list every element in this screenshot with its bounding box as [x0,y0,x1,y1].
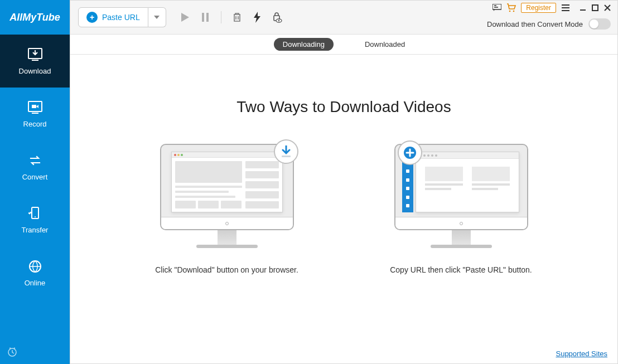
sidebar-item-label: Transfer [22,226,49,234]
main-panel: + Paste URL Register [70,0,618,364]
paste-url-dropdown[interactable] [148,7,166,27]
sidebar: AllMyTube Download Record Convert Transf… [0,0,70,364]
plus-icon: + [86,12,98,23]
svg-rect-19 [282,156,291,157]
sidebar-item-online[interactable]: Online [0,246,70,299]
svg-point-6 [35,216,36,217]
tabs-row: Downloading Downloaded [70,35,617,55]
close-button[interactable] [603,3,612,12]
method-browser: Click "Download" button on your browser. [149,144,305,276]
content-area: Two Ways to Download Videos [70,55,617,363]
paste-url-group: + Paste URL [78,7,166,27]
browser-mock [171,152,283,212]
online-icon [26,259,44,274]
window-top-controls: Register [492,3,612,13]
site-mock [416,152,519,212]
trash-icon[interactable] [230,11,244,24]
svg-point-13 [278,20,279,22]
sidebar-footer [0,339,70,364]
sidebar-item-convert[interactable]: Convert [0,140,70,193]
window-controls [578,3,612,12]
toolbar-icons [178,11,284,24]
content-title: Two Ways to Download Videos [236,98,451,116]
monitor-illustration [394,144,528,248]
convert-mode-label: Download then Convert Mode [487,20,583,28]
svg-rect-4 [32,105,36,108]
sidebar-item-label: Convert [22,173,48,181]
bolt-icon[interactable] [250,11,264,24]
sidebar-item-label: Online [25,279,46,287]
svg-rect-9 [202,13,204,22]
minimize-button[interactable] [578,3,587,12]
methods-row: Click "Download" button on your browser. [149,144,539,276]
svg-point-16 [513,11,515,12]
maximize-button[interactable] [591,3,600,12]
method-caption: Copy URL then click "Paste URL" button. [390,265,532,276]
top-bar: + Paste URL Register [70,1,617,35]
play-icon[interactable] [178,11,192,24]
supported-sites-link[interactable]: Supported Sites [556,350,607,358]
transfer-icon [26,206,44,221]
svg-rect-10 [206,13,209,22]
sidebar-item-label: Record [23,120,47,128]
pause-icon[interactable] [199,11,212,24]
feedback-icon[interactable] [492,3,502,13]
paste-url-button[interactable]: + Paste URL [78,7,148,27]
menu-icon[interactable] [561,3,571,13]
register-button[interactable]: Register [521,3,556,13]
record-icon [26,100,44,115]
svg-rect-17 [580,9,586,11]
app-logo: AllMyTube [0,0,70,35]
sidebar-item-label: Download [19,67,51,75]
method-caption: Click "Download" button on your browser. [155,265,298,276]
sidebar-item-download[interactable]: Download [0,35,70,88]
sidebar-item-record[interactable]: Record [0,88,70,140]
svg-rect-3 [32,113,38,114]
cart-icon[interactable] [506,3,516,13]
svg-rect-14 [493,4,501,9]
app-root: AllMyTube Download Record Convert Transf… [0,0,618,364]
sidebar-item-transfer[interactable]: Transfer [0,193,70,246]
monitor-illustration [160,144,294,248]
plus-circle-icon [398,140,422,165]
download-arrow-icon [274,139,298,164]
tab-downloaded[interactable]: Downloaded [356,38,414,51]
svg-rect-18 [592,5,598,11]
download-icon [26,47,44,62]
lock-eye-icon[interactable] [271,11,284,24]
clock-icon[interactable] [7,346,18,357]
convert-mode-toggle[interactable] [588,18,611,30]
paste-url-label: Paste URL [102,13,140,22]
tab-downloading[interactable]: Downloading [274,38,334,51]
svg-rect-1 [32,60,38,61]
convert-icon [26,153,44,168]
chevron-down-icon [154,16,160,19]
method-paste-url: Copy URL then click "Paste URL" button. [383,144,539,276]
svg-point-15 [509,11,511,12]
convert-mode-row: Download then Convert Mode [487,18,611,30]
